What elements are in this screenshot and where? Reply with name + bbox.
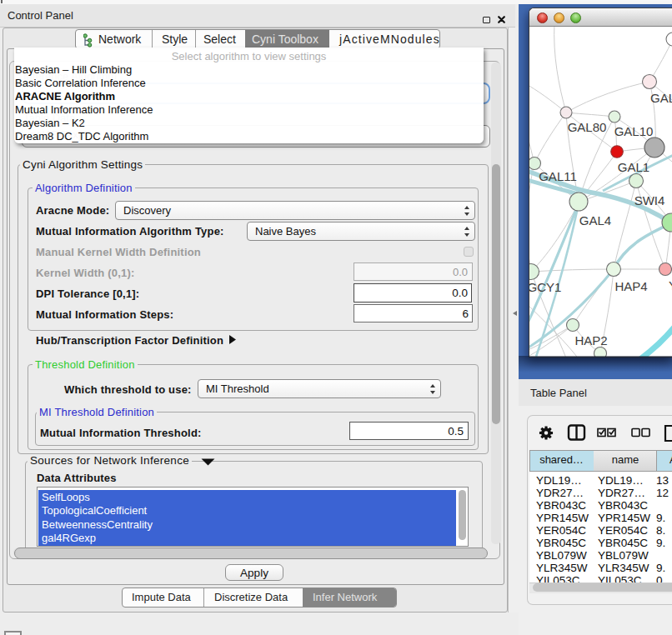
- svg-text:HAP4: HAP4: [614, 279, 647, 293]
- svg-text:GAL80: GAL80: [568, 120, 607, 134]
- svg-text:GAL: GAL: [650, 91, 672, 105]
- svg-text:GAL4: GAL4: [579, 213, 611, 228]
- svg-text:GAL1: GAL1: [618, 160, 649, 174]
- svg-text:GAL11: GAL11: [539, 169, 577, 183]
- svg-text:GAL10: GAL10: [614, 124, 654, 138]
- svg-text:HAP2: HAP2: [574, 333, 607, 348]
- svg-text:GCY1: GCY1: [529, 280, 561, 294]
- svg-text:SWI4: SWI4: [634, 193, 665, 208]
- svg-text:Y: Y: [669, 278, 672, 292]
